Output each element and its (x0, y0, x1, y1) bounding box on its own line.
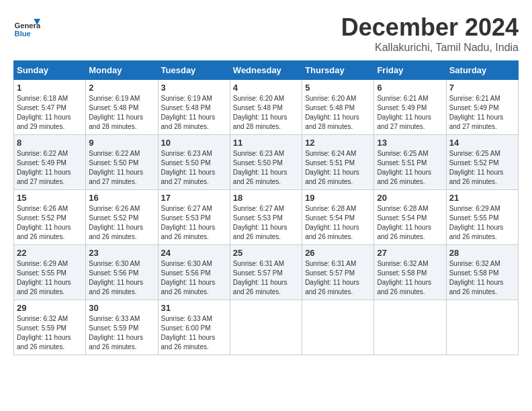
day-number: 31 (161, 303, 227, 313)
calendar-week-4: 22Sunrise: 6:29 AM Sunset: 5:55 PM Dayli… (14, 245, 519, 300)
day-info: Sunrise: 6:24 AM Sunset: 5:51 PM Dayligh… (305, 149, 371, 187)
calendar-cell: 16Sunrise: 6:26 AM Sunset: 5:52 PM Dayli… (86, 190, 158, 245)
day-info: Sunrise: 6:19 AM Sunset: 5:48 PM Dayligh… (89, 94, 154, 132)
day-header-saturday: Saturday (446, 61, 518, 80)
day-info: Sunrise: 6:29 AM Sunset: 5:55 PM Dayligh… (17, 259, 83, 297)
calendar-cell (302, 300, 374, 355)
day-number: 1 (17, 83, 83, 93)
day-info: Sunrise: 6:32 AM Sunset: 5:58 PM Dayligh… (449, 259, 515, 297)
calendar-cell: 12Sunrise: 6:24 AM Sunset: 5:51 PM Dayli… (302, 135, 374, 190)
calendar-cell: 11Sunrise: 6:23 AM Sunset: 5:50 PM Dayli… (230, 135, 302, 190)
calendar-cell: 2Sunrise: 6:19 AM Sunset: 5:48 PM Daylig… (86, 80, 158, 135)
day-info: Sunrise: 6:18 AM Sunset: 5:47 PM Dayligh… (17, 94, 83, 132)
day-number: 19 (305, 193, 371, 203)
day-number: 22 (17, 248, 83, 258)
day-info: Sunrise: 6:32 AM Sunset: 5:59 PM Dayligh… (17, 314, 83, 352)
calendar-cell: 25Sunrise: 6:31 AM Sunset: 5:57 PM Dayli… (230, 245, 302, 300)
calendar-cell: 6Sunrise: 6:21 AM Sunset: 5:49 PM Daylig… (374, 80, 446, 135)
day-info: Sunrise: 6:23 AM Sunset: 5:50 PM Dayligh… (233, 149, 299, 187)
calendar-cell: 18Sunrise: 6:27 AM Sunset: 5:53 PM Dayli… (230, 190, 302, 245)
calendar-cell: 31Sunrise: 6:33 AM Sunset: 6:00 PM Dayli… (158, 300, 230, 355)
day-number: 13 (377, 138, 443, 148)
calendar-week-3: 15Sunrise: 6:26 AM Sunset: 5:52 PM Dayli… (14, 190, 519, 245)
day-info: Sunrise: 6:28 AM Sunset: 5:54 PM Dayligh… (305, 204, 371, 242)
day-info: Sunrise: 6:26 AM Sunset: 5:52 PM Dayligh… (17, 204, 83, 242)
day-number: 5 (305, 83, 371, 93)
day-number: 17 (161, 193, 227, 203)
day-number: 28 (449, 248, 515, 258)
calendar-cell: 22Sunrise: 6:29 AM Sunset: 5:55 PM Dayli… (14, 245, 86, 300)
calendar-table: SundayMondayTuesdayWednesdayThursdayFrid… (13, 60, 519, 355)
calendar-cell: 23Sunrise: 6:30 AM Sunset: 5:56 PM Dayli… (86, 245, 158, 300)
calendar-cell: 17Sunrise: 6:27 AM Sunset: 5:53 PM Dayli… (158, 190, 230, 245)
day-info: Sunrise: 6:29 AM Sunset: 5:55 PM Dayligh… (449, 204, 515, 242)
day-number: 26 (305, 248, 371, 258)
calendar-cell: 24Sunrise: 6:30 AM Sunset: 5:56 PM Dayli… (158, 245, 230, 300)
calendar-cell: 8Sunrise: 6:22 AM Sunset: 5:49 PM Daylig… (14, 135, 86, 190)
day-header-friday: Friday (374, 61, 446, 80)
day-number: 4 (233, 83, 299, 93)
day-header-wednesday: Wednesday (230, 61, 302, 80)
calendar-cell: 9Sunrise: 6:22 AM Sunset: 5:50 PM Daylig… (86, 135, 158, 190)
day-info: Sunrise: 6:33 AM Sunset: 6:00 PM Dayligh… (161, 314, 227, 352)
day-info: Sunrise: 6:31 AM Sunset: 5:57 PM Dayligh… (305, 259, 371, 297)
title-block: December 2024 Kallakurichi, Tamil Nadu, … (341, 13, 519, 54)
day-info: Sunrise: 6:27 AM Sunset: 5:53 PM Dayligh… (233, 204, 299, 242)
day-header-thursday: Thursday (302, 61, 374, 80)
day-info: Sunrise: 6:27 AM Sunset: 5:53 PM Dayligh… (161, 204, 227, 242)
location: Kallakurichi, Tamil Nadu, India (341, 42, 519, 54)
day-number: 8 (17, 138, 83, 148)
day-number: 27 (377, 248, 443, 258)
day-number: 3 (161, 83, 227, 93)
day-number: 11 (233, 138, 299, 148)
calendar-cell: 13Sunrise: 6:25 AM Sunset: 5:51 PM Dayli… (374, 135, 446, 190)
day-info: Sunrise: 6:32 AM Sunset: 5:58 PM Dayligh… (377, 259, 443, 297)
calendar-cell: 19Sunrise: 6:28 AM Sunset: 5:54 PM Dayli… (302, 190, 374, 245)
calendar-cell (374, 300, 446, 355)
day-info: Sunrise: 6:21 AM Sunset: 5:49 PM Dayligh… (377, 94, 443, 132)
day-info: Sunrise: 6:25 AM Sunset: 5:51 PM Dayligh… (377, 149, 443, 187)
day-info: Sunrise: 6:21 AM Sunset: 5:49 PM Dayligh… (449, 94, 515, 132)
svg-text:Blue: Blue (15, 30, 31, 38)
calendar-cell (446, 300, 518, 355)
day-number: 25 (233, 248, 299, 258)
day-info: Sunrise: 6:22 AM Sunset: 5:50 PM Dayligh… (89, 149, 154, 187)
day-number: 18 (233, 193, 299, 203)
calendar-cell: 3Sunrise: 6:19 AM Sunset: 5:48 PM Daylig… (158, 80, 230, 135)
day-number: 20 (377, 193, 443, 203)
day-info: Sunrise: 6:28 AM Sunset: 5:54 PM Dayligh… (377, 204, 443, 242)
day-header-monday: Monday (86, 61, 158, 80)
day-number: 14 (449, 138, 515, 148)
calendar-cell (230, 300, 302, 355)
day-number: 24 (161, 248, 227, 258)
day-number: 30 (89, 303, 154, 313)
month-title: December 2024 (341, 13, 519, 42)
calendar-body: 1Sunrise: 6:18 AM Sunset: 5:47 PM Daylig… (14, 80, 519, 355)
calendar-cell: 20Sunrise: 6:28 AM Sunset: 5:54 PM Dayli… (374, 190, 446, 245)
day-header-sunday: Sunday (14, 61, 86, 80)
calendar-cell: 30Sunrise: 6:33 AM Sunset: 5:59 PM Dayli… (86, 300, 158, 355)
day-info: Sunrise: 6:20 AM Sunset: 5:48 PM Dayligh… (305, 94, 371, 132)
day-number: 12 (305, 138, 371, 148)
calendar-header-row: SundayMondayTuesdayWednesdayThursdayFrid… (14, 61, 519, 80)
calendar-cell: 5Sunrise: 6:20 AM Sunset: 5:48 PM Daylig… (302, 80, 374, 135)
day-info: Sunrise: 6:33 AM Sunset: 5:59 PM Dayligh… (89, 314, 154, 352)
page-header: General Blue December 2024 Kallakurichi,… (13, 13, 519, 54)
calendar-cell: 27Sunrise: 6:32 AM Sunset: 5:58 PM Dayli… (374, 245, 446, 300)
logo-icon: General Blue (13, 13, 40, 40)
calendar-cell: 10Sunrise: 6:23 AM Sunset: 5:50 PM Dayli… (158, 135, 230, 190)
calendar-cell: 15Sunrise: 6:26 AM Sunset: 5:52 PM Dayli… (14, 190, 86, 245)
logo: General Blue (13, 13, 43, 40)
calendar-cell: 26Sunrise: 6:31 AM Sunset: 5:57 PM Dayli… (302, 245, 374, 300)
day-header-tuesday: Tuesday (158, 61, 230, 80)
calendar-cell: 14Sunrise: 6:25 AM Sunset: 5:52 PM Dayli… (446, 135, 518, 190)
calendar-cell: 21Sunrise: 6:29 AM Sunset: 5:55 PM Dayli… (446, 190, 518, 245)
day-number: 29 (17, 303, 83, 313)
day-number: 10 (161, 138, 227, 148)
day-info: Sunrise: 6:30 AM Sunset: 5:56 PM Dayligh… (161, 259, 227, 297)
calendar-cell: 28Sunrise: 6:32 AM Sunset: 5:58 PM Dayli… (446, 245, 518, 300)
calendar-cell: 4Sunrise: 6:20 AM Sunset: 5:48 PM Daylig… (230, 80, 302, 135)
calendar-cell: 1Sunrise: 6:18 AM Sunset: 5:47 PM Daylig… (14, 80, 86, 135)
day-info: Sunrise: 6:22 AM Sunset: 5:49 PM Dayligh… (17, 149, 83, 187)
day-number: 2 (89, 83, 154, 93)
